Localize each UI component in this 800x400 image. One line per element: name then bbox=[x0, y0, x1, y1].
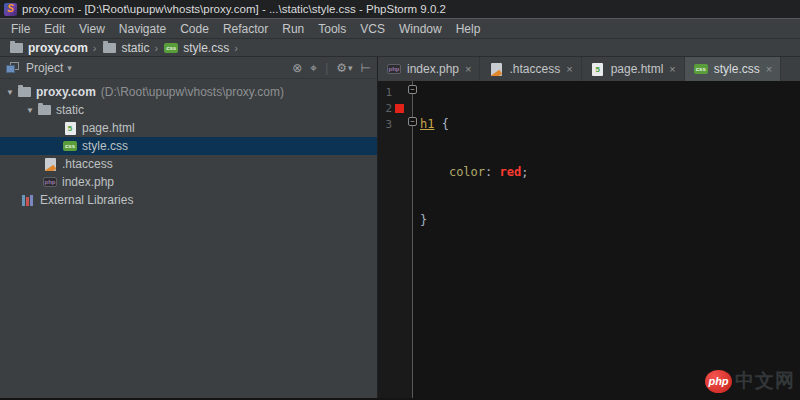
breadcrumb-label: static bbox=[121, 41, 149, 55]
tree-path: (D:\Root\upupw\vhosts\proxy.com) bbox=[101, 85, 284, 99]
breadcrumb-style-css[interactable]: css style.css bbox=[163, 41, 229, 55]
collapse-all-icon[interactable]: ⊗ bbox=[292, 62, 302, 74]
watermark-text: 中文网 bbox=[735, 368, 795, 394]
tab-style-css[interactable]: css style.css × bbox=[685, 57, 781, 81]
expand-arrow-icon[interactable]: ▼ bbox=[4, 88, 16, 97]
project-panel-header: Project ▾ ⊗ ⌖ | ⚙▾ ⊢ bbox=[0, 57, 377, 79]
folder-icon bbox=[16, 87, 32, 97]
gutter-separator-line bbox=[412, 81, 413, 398]
css-property-token: color bbox=[449, 165, 485, 179]
menu-code[interactable]: Code bbox=[173, 22, 216, 36]
fold-collapse-icon[interactable]: − bbox=[408, 85, 417, 94]
php-logo-icon: php bbox=[705, 370, 732, 393]
menu-tools[interactable]: Tools bbox=[311, 22, 353, 36]
menu-bar: File Edit View Navigate Code Refactor Ru… bbox=[0, 18, 800, 38]
menu-navigate[interactable]: Navigate bbox=[112, 22, 173, 36]
hide-panel-icon[interactable]: ⊢ bbox=[361, 62, 371, 74]
menu-edit[interactable]: Edit bbox=[37, 22, 72, 36]
breadcrumb-static[interactable]: static bbox=[101, 41, 149, 55]
tab-label: style.css bbox=[714, 62, 760, 76]
breadcrumb-label: style.css bbox=[183, 41, 229, 55]
color-preview-red-swatch[interactable] bbox=[395, 104, 404, 113]
close-icon[interactable]: × bbox=[766, 64, 772, 75]
fold-end-icon[interactable]: − bbox=[408, 117, 417, 126]
css-file-icon: css bbox=[693, 64, 709, 74]
close-icon[interactable]: × bbox=[669, 64, 675, 75]
scroll-from-source-icon[interactable]: ⌖ bbox=[310, 62, 317, 74]
code-line-3: } bbox=[420, 212, 800, 228]
css-value-token: red bbox=[499, 165, 521, 179]
project-panel-title[interactable]: Project bbox=[26, 61, 63, 75]
menu-file[interactable]: File bbox=[4, 22, 37, 36]
php-cn-watermark: php 中文网 bbox=[705, 368, 795, 394]
menu-window[interactable]: Window bbox=[392, 22, 449, 36]
tree-row-index-php[interactable]: php index.php bbox=[0, 173, 377, 191]
tree-row-proxy-com[interactable]: ▼ proxy.com (D:\Root\upupw\vhosts\proxy.… bbox=[0, 83, 377, 101]
tab-page-html[interactable]: 5 page.html × bbox=[582, 57, 685, 81]
editor-gutter: 1 2 3 bbox=[378, 81, 412, 398]
tree-label: static bbox=[56, 103, 84, 117]
css-file-icon: css bbox=[62, 141, 78, 151]
menu-help[interactable]: Help bbox=[449, 22, 488, 36]
menu-view[interactable]: View bbox=[72, 22, 112, 36]
php-file-icon: php bbox=[386, 64, 402, 74]
menu-vcs[interactable]: VCS bbox=[353, 22, 392, 36]
code-content[interactable]: h1 { color: red; } bbox=[412, 81, 800, 398]
chevron-right-icon: › bbox=[234, 42, 238, 54]
tree-row-external-libraries[interactable]: External Libraries bbox=[0, 191, 377, 209]
menu-run[interactable]: Run bbox=[275, 22, 311, 36]
html-file-icon: 5 bbox=[62, 122, 78, 135]
tree-label: proxy.com bbox=[36, 85, 96, 99]
tab-label: .htaccess bbox=[509, 62, 560, 76]
expand-arrow-icon[interactable]: ▼ bbox=[24, 106, 36, 115]
close-icon[interactable]: × bbox=[465, 64, 471, 75]
phpstorm-logo-icon: S bbox=[4, 3, 17, 16]
window-title: proxy.com - [D:\Root\upupw\vhosts\proxy.… bbox=[22, 3, 446, 15]
editor-area: php index.php × .htaccess × 5 page.html … bbox=[378, 57, 800, 398]
breadcrumb-label: proxy.com bbox=[28, 41, 88, 55]
folder-icon bbox=[8, 43, 24, 53]
navigation-bar: proxy.com › static › css style.css › bbox=[0, 38, 800, 57]
css-selector-token: h1 bbox=[420, 117, 434, 131]
tree-row-static[interactable]: ▼ static bbox=[0, 101, 377, 119]
code-line-2: color: red; bbox=[420, 164, 800, 180]
title-bar: S proxy.com - [D:\Root\upupw\vhosts\prox… bbox=[0, 0, 800, 18]
tab-label: index.php bbox=[407, 62, 459, 76]
tree-label: page.html bbox=[82, 121, 135, 135]
htaccess-file-icon bbox=[42, 158, 58, 171]
tool-window-icon bbox=[6, 62, 20, 74]
css-file-icon: css bbox=[163, 43, 179, 53]
tree-row-page-html[interactable]: 5 page.html bbox=[0, 119, 377, 137]
tree-label: style.css bbox=[82, 139, 128, 153]
tree-row-style-css[interactable]: css style.css bbox=[0, 137, 377, 155]
code-editor[interactable]: 1 2 3 − − h1 { color: red; } bbox=[378, 81, 800, 398]
menu-refactor[interactable]: Refactor bbox=[216, 22, 275, 36]
library-icon bbox=[20, 195, 36, 206]
line-number: 2 bbox=[378, 102, 392, 115]
htaccess-file-icon bbox=[488, 63, 504, 76]
tab-index-php[interactable]: php index.php × bbox=[378, 57, 480, 81]
breadcrumb-proxy-com[interactable]: proxy.com bbox=[8, 41, 88, 55]
code-line-1: h1 { bbox=[420, 116, 800, 132]
tree-label: index.php bbox=[62, 175, 114, 189]
project-tree: ▼ proxy.com (D:\Root\upupw\vhosts\proxy.… bbox=[0, 79, 377, 209]
php-file-icon: php bbox=[42, 177, 58, 187]
tree-label: .htaccess bbox=[62, 157, 113, 171]
tab-htaccess[interactable]: .htaccess × bbox=[480, 57, 581, 81]
editor-tab-bar: php index.php × .htaccess × 5 page.html … bbox=[378, 57, 800, 81]
chevron-right-icon: › bbox=[93, 42, 97, 54]
folder-icon bbox=[101, 43, 117, 53]
main-area: Project ▾ ⊗ ⌖ | ⚙▾ ⊢ ▼ proxy.com (D:\Roo… bbox=[0, 57, 800, 398]
project-panel: Project ▾ ⊗ ⌖ | ⚙▾ ⊢ ▼ proxy.com (D:\Roo… bbox=[0, 57, 378, 398]
line-number: 3 bbox=[378, 118, 392, 131]
tab-label: page.html bbox=[611, 62, 664, 76]
close-icon[interactable]: × bbox=[566, 64, 572, 75]
tree-row-htaccess[interactable]: .htaccess bbox=[0, 155, 377, 173]
folder-icon bbox=[36, 105, 52, 115]
tree-label: External Libraries bbox=[40, 193, 133, 207]
chevron-right-icon: › bbox=[154, 42, 158, 54]
chevron-down-icon[interactable]: ▾ bbox=[67, 63, 72, 73]
settings-gear-icon[interactable]: ⚙▾ bbox=[336, 61, 352, 75]
line-number: 1 bbox=[378, 86, 392, 99]
html-file-icon: 5 bbox=[590, 63, 606, 76]
